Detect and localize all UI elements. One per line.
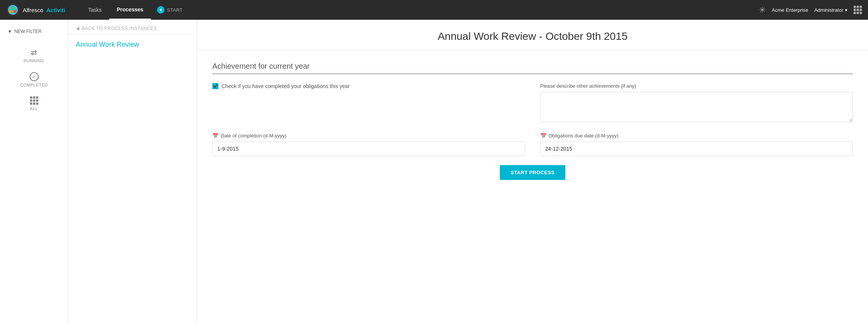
date-obligations-field: 📅 Obligations due date (d-M-yyyy) xyxy=(540,133,853,156)
filter-icon: ▼ xyxy=(8,29,12,34)
page-title: Annual Work Review - October 9th 2015 xyxy=(212,30,853,43)
top-navigation: Alfresco Activiti Tasks Processes + STAR… xyxy=(0,0,868,20)
checkbox-label: Check if you have completed your obligat… xyxy=(221,83,350,89)
start-process-button[interactable]: START PROCESS xyxy=(500,165,565,180)
section-title: Achievement for current year xyxy=(212,62,853,71)
apps-grid-icon[interactable] xyxy=(854,6,862,14)
textarea-label: Please describe other achievements (if a… xyxy=(540,83,853,89)
textarea-field: Please describe other achievements (if a… xyxy=(540,83,853,124)
left-sidebar: ▼ NEW FILTER ⇄ RUNNING ✓ COMPLETED ALL xyxy=(0,20,68,323)
all-icon xyxy=(30,96,38,105)
sidebar-item-running[interactable]: ⇄ RUNNING xyxy=(0,43,68,68)
start-plus-icon: + xyxy=(157,6,165,14)
checkbox-field: Check if you have completed your obligat… xyxy=(212,83,525,98)
new-filter-label: NEW FILTER xyxy=(14,29,42,34)
main-content-area: Annual Work Review - October 9th 2015 Ac… xyxy=(197,20,868,323)
nav-items: Tasks Processes + START xyxy=(80,0,759,20)
main-layout: ▼ NEW FILTER ⇄ RUNNING ✓ COMPLETED ALL ◀… xyxy=(0,20,868,323)
sidebar-running-label: RUNNING xyxy=(24,58,44,63)
middle-panel: ◀ BACK TO PROCESS INSTANCES Annual Work … xyxy=(68,20,197,323)
date-completion-input[interactable] xyxy=(212,142,525,156)
date-obligations-input[interactable] xyxy=(540,142,853,156)
checkbox-row: Check if you have completed your obligat… xyxy=(212,83,525,89)
nav-start-label: START xyxy=(167,7,182,13)
admin-button[interactable]: Administrator ▾ xyxy=(814,7,848,13)
running-icon: ⇄ xyxy=(31,48,37,57)
completed-icon: ✓ xyxy=(30,72,39,81)
form-area: Achievement for current year Check if yo… xyxy=(197,50,868,191)
topnav-right: ✳ Acme Enterprise Administrator ▾ xyxy=(759,5,862,14)
nav-processes[interactable]: Processes xyxy=(109,0,151,20)
nav-start[interactable]: + START xyxy=(151,0,188,20)
calendar-icon-1: 📅 xyxy=(212,133,218,139)
admin-arrow-icon: ▾ xyxy=(845,7,848,13)
back-to-instances-link[interactable]: ◀ BACK TO PROCESS INSTANCES xyxy=(68,20,197,35)
form-row-1: Check if you have completed your obligat… xyxy=(212,83,853,124)
date-completion-label: 📅 Date of completion (d-M-yyyy) xyxy=(212,133,525,139)
start-process-container: START PROCESS xyxy=(212,165,853,180)
calendar-icon-2: 📅 xyxy=(540,133,546,139)
sidebar-all-label: ALL xyxy=(30,106,38,111)
svg-point-4 xyxy=(14,10,17,13)
nav-tasks[interactable]: Tasks xyxy=(80,0,109,20)
svg-point-3 xyxy=(9,10,12,13)
back-arrow-icon: ◀ xyxy=(76,26,80,31)
content-header: Annual Work Review - October 9th 2015 xyxy=(197,20,868,50)
obligations-checkbox[interactable] xyxy=(212,83,218,89)
sidebar-item-completed[interactable]: ✓ COMPLETED xyxy=(0,68,68,92)
date-obligations-label: 📅 Obligations due date (d-M-yyyy) xyxy=(540,133,853,139)
achievements-textarea[interactable] xyxy=(540,92,853,122)
process-instance-title[interactable]: Annual Work Review xyxy=(68,35,197,55)
sidebar-item-all[interactable]: ALL xyxy=(0,92,68,115)
new-filter-button[interactable]: ▼ NEW FILTER xyxy=(0,26,68,37)
sidebar-completed-label: COMPLETED xyxy=(20,83,48,87)
app-logo: Alfresco Activiti xyxy=(6,3,65,17)
section-divider xyxy=(212,74,853,74)
acme-snowflake-icon: ✳ xyxy=(759,5,766,14)
admin-label: Administrator xyxy=(814,7,843,13)
acme-name: Acme Enterprise xyxy=(772,7,808,13)
alfresco-logo-icon xyxy=(6,3,20,17)
logo-activiti-text: Activiti xyxy=(46,7,65,13)
form-row-2: 📅 Date of completion (d-M-yyyy) 📅 Obliga… xyxy=(212,133,853,156)
date-completion-field: 📅 Date of completion (d-M-yyyy) xyxy=(212,133,525,156)
back-label: BACK TO PROCESS INSTANCES xyxy=(82,26,157,31)
svg-point-2 xyxy=(11,6,15,10)
logo-alfresco-text: Alfresco xyxy=(23,7,43,13)
